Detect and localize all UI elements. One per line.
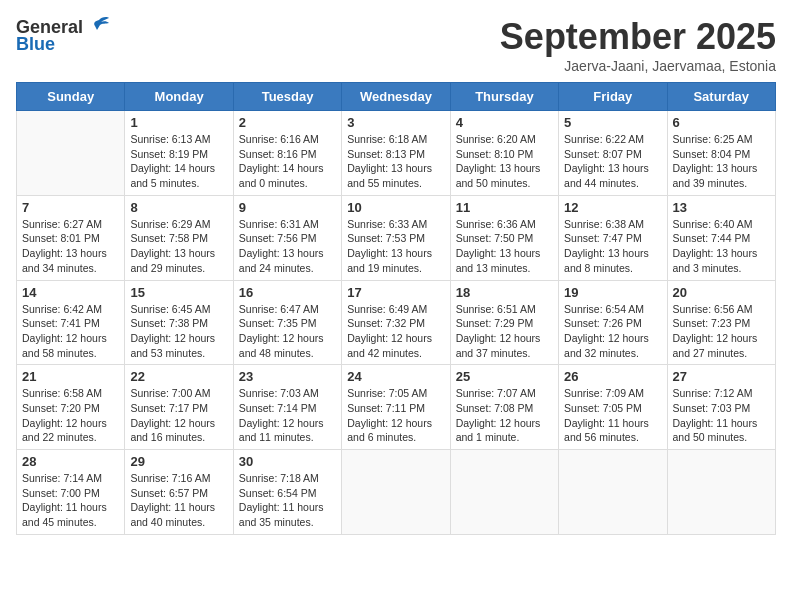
day-number: 24 bbox=[347, 369, 444, 384]
header-sunday: Sunday bbox=[17, 83, 125, 111]
day-info: Sunrise: 6:45 AMSunset: 7:38 PMDaylight:… bbox=[130, 302, 227, 361]
calendar-cell: 16Sunrise: 6:47 AMSunset: 7:35 PMDayligh… bbox=[233, 280, 341, 365]
day-number: 15 bbox=[130, 285, 227, 300]
calendar-cell: 21Sunrise: 6:58 AMSunset: 7:20 PMDayligh… bbox=[17, 365, 125, 450]
day-info: Sunrise: 6:36 AMSunset: 7:50 PMDaylight:… bbox=[456, 217, 553, 276]
calendar-cell: 27Sunrise: 7:12 AMSunset: 7:03 PMDayligh… bbox=[667, 365, 775, 450]
calendar-week-row-4: 21Sunrise: 6:58 AMSunset: 7:20 PMDayligh… bbox=[17, 365, 776, 450]
calendar-cell: 28Sunrise: 7:14 AMSunset: 7:00 PMDayligh… bbox=[17, 450, 125, 535]
day-info: Sunrise: 6:18 AMSunset: 8:13 PMDaylight:… bbox=[347, 132, 444, 191]
calendar-cell: 5Sunrise: 6:22 AMSunset: 8:07 PMDaylight… bbox=[559, 111, 667, 196]
day-number: 28 bbox=[22, 454, 119, 469]
calendar-cell: 19Sunrise: 6:54 AMSunset: 7:26 PMDayligh… bbox=[559, 280, 667, 365]
calendar-cell bbox=[559, 450, 667, 535]
day-number: 11 bbox=[456, 200, 553, 215]
calendar-cell bbox=[17, 111, 125, 196]
day-info: Sunrise: 7:07 AMSunset: 7:08 PMDaylight:… bbox=[456, 386, 553, 445]
day-number: 5 bbox=[564, 115, 661, 130]
day-info: Sunrise: 7:12 AMSunset: 7:03 PMDaylight:… bbox=[673, 386, 770, 445]
calendar-cell: 11Sunrise: 6:36 AMSunset: 7:50 PMDayligh… bbox=[450, 195, 558, 280]
logo-blue: Blue bbox=[16, 34, 55, 55]
day-info: Sunrise: 6:51 AMSunset: 7:29 PMDaylight:… bbox=[456, 302, 553, 361]
day-number: 17 bbox=[347, 285, 444, 300]
day-info: Sunrise: 7:09 AMSunset: 7:05 PMDaylight:… bbox=[564, 386, 661, 445]
day-number: 14 bbox=[22, 285, 119, 300]
header-monday: Monday bbox=[125, 83, 233, 111]
day-number: 30 bbox=[239, 454, 336, 469]
day-info: Sunrise: 6:56 AMSunset: 7:23 PMDaylight:… bbox=[673, 302, 770, 361]
calendar-header-row: Sunday Monday Tuesday Wednesday Thursday… bbox=[17, 83, 776, 111]
day-info: Sunrise: 7:14 AMSunset: 7:00 PMDaylight:… bbox=[22, 471, 119, 530]
header-saturday: Saturday bbox=[667, 83, 775, 111]
calendar-cell: 22Sunrise: 7:00 AMSunset: 7:17 PMDayligh… bbox=[125, 365, 233, 450]
day-number: 21 bbox=[22, 369, 119, 384]
header-tuesday: Tuesday bbox=[233, 83, 341, 111]
day-number: 4 bbox=[456, 115, 553, 130]
day-info: Sunrise: 6:27 AMSunset: 8:01 PMDaylight:… bbox=[22, 217, 119, 276]
day-number: 16 bbox=[239, 285, 336, 300]
day-info: Sunrise: 6:40 AMSunset: 7:44 PMDaylight:… bbox=[673, 217, 770, 276]
day-info: Sunrise: 7:03 AMSunset: 7:14 PMDaylight:… bbox=[239, 386, 336, 445]
calendar-cell: 10Sunrise: 6:33 AMSunset: 7:53 PMDayligh… bbox=[342, 195, 450, 280]
calendar-cell: 8Sunrise: 6:29 AMSunset: 7:58 PMDaylight… bbox=[125, 195, 233, 280]
calendar-cell: 20Sunrise: 6:56 AMSunset: 7:23 PMDayligh… bbox=[667, 280, 775, 365]
logo-bird-icon bbox=[87, 16, 111, 38]
calendar-cell: 2Sunrise: 6:16 AMSunset: 8:16 PMDaylight… bbox=[233, 111, 341, 196]
day-info: Sunrise: 6:25 AMSunset: 8:04 PMDaylight:… bbox=[673, 132, 770, 191]
day-number: 29 bbox=[130, 454, 227, 469]
calendar-cell: 25Sunrise: 7:07 AMSunset: 7:08 PMDayligh… bbox=[450, 365, 558, 450]
calendar-cell: 15Sunrise: 6:45 AMSunset: 7:38 PMDayligh… bbox=[125, 280, 233, 365]
day-info: Sunrise: 6:20 AMSunset: 8:10 PMDaylight:… bbox=[456, 132, 553, 191]
calendar-cell: 30Sunrise: 7:18 AMSunset: 6:54 PMDayligh… bbox=[233, 450, 341, 535]
calendar-cell: 29Sunrise: 7:16 AMSunset: 6:57 PMDayligh… bbox=[125, 450, 233, 535]
calendar-cell: 24Sunrise: 7:05 AMSunset: 7:11 PMDayligh… bbox=[342, 365, 450, 450]
day-info: Sunrise: 7:05 AMSunset: 7:11 PMDaylight:… bbox=[347, 386, 444, 445]
day-info: Sunrise: 6:13 AMSunset: 8:19 PMDaylight:… bbox=[130, 132, 227, 191]
day-number: 9 bbox=[239, 200, 336, 215]
calendar-week-row-3: 14Sunrise: 6:42 AMSunset: 7:41 PMDayligh… bbox=[17, 280, 776, 365]
calendar-cell: 13Sunrise: 6:40 AMSunset: 7:44 PMDayligh… bbox=[667, 195, 775, 280]
day-number: 25 bbox=[456, 369, 553, 384]
calendar-cell: 18Sunrise: 6:51 AMSunset: 7:29 PMDayligh… bbox=[450, 280, 558, 365]
header-friday: Friday bbox=[559, 83, 667, 111]
day-info: Sunrise: 6:33 AMSunset: 7:53 PMDaylight:… bbox=[347, 217, 444, 276]
day-info: Sunrise: 6:54 AMSunset: 7:26 PMDaylight:… bbox=[564, 302, 661, 361]
calendar-cell: 23Sunrise: 7:03 AMSunset: 7:14 PMDayligh… bbox=[233, 365, 341, 450]
calendar-week-row-5: 28Sunrise: 7:14 AMSunset: 7:00 PMDayligh… bbox=[17, 450, 776, 535]
day-info: Sunrise: 6:29 AMSunset: 7:58 PMDaylight:… bbox=[130, 217, 227, 276]
calendar-cell bbox=[342, 450, 450, 535]
day-info: Sunrise: 6:58 AMSunset: 7:20 PMDaylight:… bbox=[22, 386, 119, 445]
day-info: Sunrise: 7:00 AMSunset: 7:17 PMDaylight:… bbox=[130, 386, 227, 445]
day-number: 27 bbox=[673, 369, 770, 384]
calendar-cell: 9Sunrise: 6:31 AMSunset: 7:56 PMDaylight… bbox=[233, 195, 341, 280]
day-info: Sunrise: 7:18 AMSunset: 6:54 PMDaylight:… bbox=[239, 471, 336, 530]
calendar-cell: 1Sunrise: 6:13 AMSunset: 8:19 PMDaylight… bbox=[125, 111, 233, 196]
day-number: 22 bbox=[130, 369, 227, 384]
day-info: Sunrise: 6:22 AMSunset: 8:07 PMDaylight:… bbox=[564, 132, 661, 191]
calendar-week-row-1: 1Sunrise: 6:13 AMSunset: 8:19 PMDaylight… bbox=[17, 111, 776, 196]
calendar-table: Sunday Monday Tuesday Wednesday Thursday… bbox=[16, 82, 776, 535]
day-number: 20 bbox=[673, 285, 770, 300]
day-number: 8 bbox=[130, 200, 227, 215]
day-number: 13 bbox=[673, 200, 770, 215]
calendar-cell: 12Sunrise: 6:38 AMSunset: 7:47 PMDayligh… bbox=[559, 195, 667, 280]
page-header: General Blue September 2025 Jaerva-Jaani… bbox=[16, 16, 776, 74]
calendar-cell bbox=[667, 450, 775, 535]
day-number: 12 bbox=[564, 200, 661, 215]
month-title: September 2025 bbox=[500, 16, 776, 58]
day-info: Sunrise: 6:47 AMSunset: 7:35 PMDaylight:… bbox=[239, 302, 336, 361]
day-info: Sunrise: 7:16 AMSunset: 6:57 PMDaylight:… bbox=[130, 471, 227, 530]
day-info: Sunrise: 6:42 AMSunset: 7:41 PMDaylight:… bbox=[22, 302, 119, 361]
day-number: 26 bbox=[564, 369, 661, 384]
calendar-cell: 14Sunrise: 6:42 AMSunset: 7:41 PMDayligh… bbox=[17, 280, 125, 365]
header-thursday: Thursday bbox=[450, 83, 558, 111]
calendar-week-row-2: 7Sunrise: 6:27 AMSunset: 8:01 PMDaylight… bbox=[17, 195, 776, 280]
calendar-cell: 6Sunrise: 6:25 AMSunset: 8:04 PMDaylight… bbox=[667, 111, 775, 196]
day-number: 2 bbox=[239, 115, 336, 130]
day-number: 1 bbox=[130, 115, 227, 130]
title-block: September 2025 Jaerva-Jaani, Jaervamaa, … bbox=[500, 16, 776, 74]
calendar-cell: 4Sunrise: 6:20 AMSunset: 8:10 PMDaylight… bbox=[450, 111, 558, 196]
day-number: 10 bbox=[347, 200, 444, 215]
day-info: Sunrise: 6:49 AMSunset: 7:32 PMDaylight:… bbox=[347, 302, 444, 361]
day-number: 7 bbox=[22, 200, 119, 215]
